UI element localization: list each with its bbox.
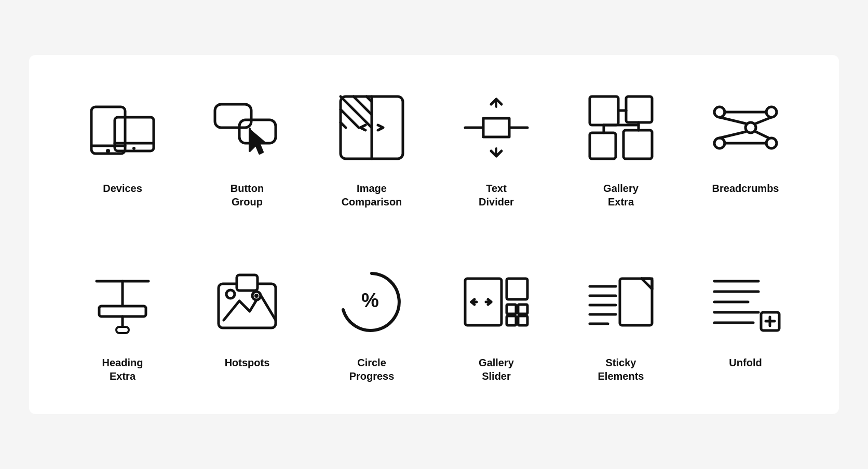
unfold-icon [704, 260, 787, 343]
svg-point-2 [106, 149, 110, 153]
svg-point-27 [766, 138, 777, 148]
devices-label: Devices [103, 182, 142, 195]
text-divider-label: TextDivider [479, 182, 514, 209]
gallery-slider-icon [455, 260, 538, 343]
button-group-label: ButtonGroup [230, 182, 264, 209]
item-devices[interactable]: Devices [60, 76, 185, 219]
circle-progress-icon: % [330, 260, 413, 343]
unfold-label: Unfold [729, 356, 762, 369]
breadcrumbs-label: Breadcrumbs [712, 182, 779, 195]
item-unfold[interactable]: Unfold [683, 250, 808, 393]
item-circle-progress[interactable]: % CircleProgress [309, 250, 434, 393]
image-comparison-label: ImageComparison [342, 182, 402, 209]
svg-rect-16 [483, 118, 509, 137]
sticky-elements-label: StickyElements [598, 356, 644, 383]
svg-rect-48 [507, 279, 527, 299]
svg-rect-6 [215, 104, 251, 128]
svg-text:%: % [361, 289, 379, 311]
svg-line-35 [756, 132, 769, 138]
svg-point-25 [714, 107, 725, 117]
svg-rect-18 [626, 96, 652, 122]
svg-rect-50 [518, 305, 527, 314]
svg-rect-19 [590, 133, 616, 159]
hotspots-label: Hotspots [225, 356, 270, 369]
item-image-comparison[interactable]: ImageComparison [309, 76, 434, 219]
svg-line-32 [756, 117, 771, 123]
sticky-elements-icon [579, 260, 662, 343]
item-breadcrumbs[interactable]: Breadcrumbs [683, 76, 808, 219]
svg-rect-20 [623, 130, 652, 159]
svg-line-34 [720, 132, 745, 138]
icon-grid: Devices ButtonGroup [60, 76, 808, 393]
svg-point-5 [132, 147, 135, 150]
svg-rect-49 [507, 305, 516, 314]
svg-point-28 [714, 138, 725, 148]
main-container: Devices ButtonGroup [29, 55, 839, 414]
devices-icon [81, 86, 164, 169]
button-group-icon [206, 86, 289, 169]
circle-progress-label: CircleProgress [349, 356, 395, 383]
breadcrumbs-icon [704, 86, 787, 169]
svg-point-26 [745, 122, 756, 133]
item-hotspots[interactable]: Hotspots [185, 250, 309, 393]
svg-point-45 [226, 290, 235, 298]
hotspots-icon [206, 260, 289, 343]
svg-rect-17 [590, 96, 618, 125]
heading-extra-label: HeadingExtra [102, 356, 143, 383]
gallery-extra-icon [579, 86, 662, 169]
item-gallery-slider[interactable]: GallerySlider [434, 250, 559, 393]
item-gallery-extra[interactable]: GalleryExtra [559, 76, 683, 219]
svg-rect-42 [237, 275, 257, 291]
heading-extra-icon [81, 260, 164, 343]
item-button-group[interactable]: ButtonGroup [185, 76, 309, 219]
image-comparison-icon [330, 86, 413, 169]
svg-line-33 [720, 117, 745, 123]
item-heading-extra[interactable]: HeadingExtra [60, 250, 185, 393]
svg-rect-40 [116, 327, 129, 333]
svg-point-29 [766, 107, 777, 117]
svg-point-44 [254, 294, 259, 298]
gallery-slider-label: GallerySlider [479, 356, 514, 383]
text-divider-icon [455, 86, 538, 169]
item-sticky-elements[interactable]: StickyElements [559, 250, 683, 393]
svg-rect-51 [507, 316, 516, 325]
item-text-divider[interactable]: TextDivider [434, 76, 559, 219]
svg-line-10 [341, 96, 372, 128]
svg-rect-52 [518, 316, 527, 325]
svg-rect-38 [99, 306, 146, 316]
gallery-extra-label: GalleryExtra [603, 182, 639, 209]
